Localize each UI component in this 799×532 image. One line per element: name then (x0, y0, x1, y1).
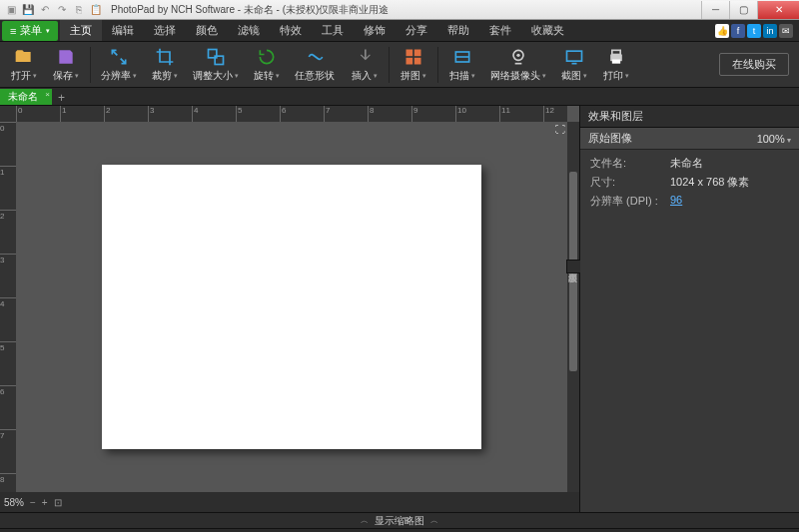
qat-new-icon[interactable]: ▣ (4, 3, 18, 17)
tool-scale[interactable]: 调整大小 (187, 45, 245, 85)
tool-scan[interactable]: 扫描 (442, 45, 482, 85)
minimize-button[interactable]: ─ (701, 1, 729, 19)
vertical-ruler: 012345678 (0, 122, 16, 492)
tool-freeform[interactable]: 任意形状 (289, 45, 343, 85)
document-tabs: 未命名 × + (0, 88, 799, 106)
ruler-tick: 0 (16, 106, 22, 122)
size-label: 尺寸: (590, 175, 670, 190)
menu-tab-7[interactable]: 修饰 (354, 20, 396, 41)
side-panel-sub-label: 原始图像 (588, 131, 632, 146)
tool-screenshot[interactable]: 截图 (554, 45, 594, 85)
main-toolbar: 打开保存分辨率裁剪调整大小旋转任意形状插入拼图扫描网络摄像头截图打印在线购买 (0, 42, 799, 88)
tool-open[interactable]: 打开 (4, 45, 44, 85)
ruler-tick: 6 (280, 106, 286, 122)
vertical-panel-tab[interactable]: 层级面板 (566, 260, 580, 273)
tool-collage[interactable]: 拼图 (394, 45, 433, 85)
menu-tab-1[interactable]: 编辑 (102, 20, 144, 41)
side-panel-subheader[interactable]: 原始图像 100% (580, 128, 799, 150)
linkedin-icon[interactable]: in (763, 24, 777, 38)
ruler-tick: 0 (0, 122, 16, 133)
document-tab[interactable]: 未命名 × (0, 89, 52, 105)
ruler-tick: 11 (499, 106, 510, 122)
freeform-icon (306, 47, 326, 67)
qat-paste-icon[interactable]: 📋 (89, 3, 103, 17)
layer-opacity-value[interactable]: 100% (757, 133, 791, 145)
facebook-icon[interactable]: f (731, 24, 745, 38)
tool-label: 分辨率 (101, 69, 137, 83)
tool-webcam[interactable]: 网络摄像头 (484, 45, 552, 85)
toolbar-separator (437, 47, 438, 83)
ruler-tick: 2 (104, 106, 110, 122)
twitter-icon[interactable]: t (747, 24, 761, 38)
canvas-stage[interactable]: ⛶ (16, 122, 567, 492)
menu-tabs: 主页编辑选择颜色滤镜特效工具修饰分享帮助套件收藏夹 (60, 20, 574, 41)
ruler-corner (0, 106, 16, 122)
insert-icon (355, 47, 375, 67)
close-button[interactable]: ✕ (757, 1, 799, 19)
maximize-button[interactable]: ▢ (729, 1, 757, 19)
qat-undo-icon[interactable]: ↶ (38, 3, 52, 17)
dpi-value-link[interactable]: 96 (670, 194, 682, 209)
tool-save[interactable]: 保存 (46, 45, 86, 85)
tool-label: 裁剪 (152, 69, 178, 83)
menu-tab-8[interactable]: 分享 (396, 20, 437, 41)
scan-icon (452, 47, 472, 67)
collage-icon (403, 47, 423, 67)
ruler-tick: 10 (455, 106, 466, 122)
menu-tab-0[interactable]: 主页 (60, 20, 102, 41)
svg-rect-3 (414, 49, 421, 56)
print-icon (606, 47, 626, 67)
menu-tab-5[interactable]: 特效 (270, 20, 312, 41)
qat-copy-icon[interactable]: ⎘ (72, 3, 86, 17)
zoom-out-button[interactable]: − (30, 497, 36, 508)
svg-rect-2 (406, 49, 413, 56)
menu-tab-11[interactable]: 收藏夹 (521, 20, 574, 41)
zoom-fit-button[interactable]: ⊡ (54, 497, 62, 508)
share-icon[interactable]: ✉ (779, 24, 793, 38)
svg-rect-11 (572, 62, 577, 64)
tool-resize[interactable]: 分辨率 (95, 45, 143, 85)
buy-online-button[interactable]: 在线购买 (719, 53, 789, 76)
svg-rect-5 (414, 57, 421, 64)
toolbar-separator (90, 47, 91, 83)
menu-tab-2[interactable]: 选择 (144, 20, 186, 41)
thumbnail-bar-label: 显示缩略图 (375, 514, 424, 528)
svg-rect-4 (406, 57, 413, 64)
zoom-in-button[interactable]: + (42, 497, 48, 508)
tool-label: 扫描 (449, 69, 475, 83)
tool-insert[interactable]: 插入 (345, 45, 385, 85)
ruler-tick: 4 (192, 106, 198, 122)
thumbnail-bar[interactable]: ︿ 显示缩略图 ︿ (0, 512, 799, 528)
add-tab-button[interactable]: + (52, 91, 71, 105)
tool-label: 调整大小 (193, 69, 239, 83)
canvas[interactable] (102, 165, 481, 449)
side-panel-title: 效果和图层 (580, 106, 799, 128)
scale-icon (206, 47, 226, 67)
ruler-tick: 12 (543, 106, 554, 122)
qat-save-icon[interactable]: 💾 (21, 3, 35, 17)
window-buttons: ─ ▢ ✕ (701, 1, 799, 19)
menu-tab-3[interactable]: 颜色 (186, 20, 228, 41)
tool-crop[interactable]: 裁剪 (145, 45, 185, 85)
ruler-tick: 4 (0, 297, 16, 308)
menu-tab-4[interactable]: 滤镜 (228, 20, 270, 41)
ruler-tick: 5 (236, 106, 242, 122)
tool-print[interactable]: 打印 (596, 45, 636, 85)
zoom-bar: 58% − + ⊡ (0, 492, 579, 512)
ruler-tick: 1 (60, 106, 66, 122)
tool-rotate[interactable]: 旋转 (247, 45, 287, 85)
vertical-scrollbar[interactable] (567, 122, 579, 492)
close-tab-icon[interactable]: × (45, 90, 50, 99)
expand-icon[interactable]: ⛶ (555, 124, 565, 135)
app-menu-button[interactable]: 菜单▾ (2, 21, 58, 41)
qat-redo-icon[interactable]: ↷ (55, 3, 69, 17)
ruler-tick: 7 (0, 429, 16, 440)
menu-tab-10[interactable]: 套件 (479, 20, 521, 41)
menu-row: 菜单▾ 主页编辑选择颜色滤镜特效工具修饰分享帮助套件收藏夹 👍 f t in ✉ (0, 20, 799, 42)
menu-tab-6[interactable]: 工具 (312, 20, 354, 41)
work-area: 0123456789101112 012345678 ⛶ 58% − + ⊡ 效… (0, 106, 799, 512)
menu-tab-9[interactable]: 帮助 (437, 20, 479, 41)
tool-label: 旋转 (254, 69, 280, 83)
quick-access-toolbar: ▣ 💾 ↶ ↷ ⎘ 📋 (0, 3, 107, 17)
like-icon[interactable]: 👍 (715, 24, 729, 38)
